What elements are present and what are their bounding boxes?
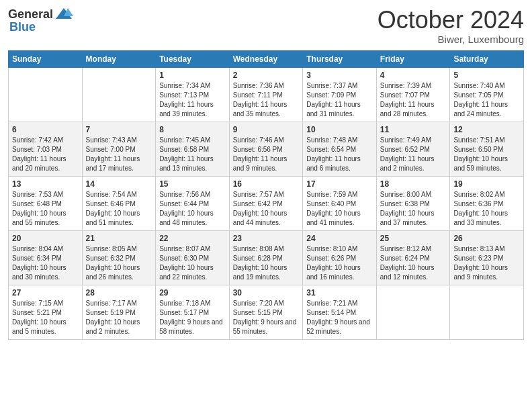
day-cell: 25Sunrise: 8:12 AMSunset: 6:24 PMDayligh… (376, 230, 450, 285)
day-number: 8 (159, 125, 226, 134)
day-number: 20 (12, 234, 79, 243)
day-info: Sunrise: 7:36 AMSunset: 7:11 PMDaylight:… (233, 81, 300, 119)
day-info: Sunrise: 8:05 AMSunset: 6:32 PMDaylight:… (86, 244, 152, 282)
day-info: Sunrise: 7:54 AMSunset: 6:46 PMDaylight:… (86, 190, 152, 228)
day-cell: 7Sunrise: 7:43 AMSunset: 7:00 PMDaylight… (82, 122, 156, 176)
week-row-3: 13Sunrise: 7:53 AMSunset: 6:48 PMDayligh… (9, 176, 524, 230)
day-cell: 6Sunrise: 7:42 AMSunset: 7:03 PMDaylight… (9, 122, 83, 176)
col-header-monday: Monday (82, 50, 156, 67)
day-number: 19 (453, 179, 520, 189)
day-number: 21 (86, 234, 152, 243)
day-info: Sunrise: 7:18 AMSunset: 5:17 PMDaylight:… (159, 299, 226, 336)
day-info: Sunrise: 8:04 AMSunset: 6:34 PMDaylight:… (12, 244, 79, 282)
day-cell: 26Sunrise: 8:13 AMSunset: 6:23 PMDayligh… (450, 230, 524, 285)
day-number: 27 (12, 288, 79, 298)
col-header-thursday: Thursday (303, 50, 377, 67)
day-info: Sunrise: 8:07 AMSunset: 6:30 PMDaylight:… (159, 244, 226, 282)
day-number: 4 (380, 71, 447, 80)
day-info: Sunrise: 7:42 AMSunset: 7:03 PMDaylight:… (12, 136, 79, 173)
day-info: Sunrise: 7:45 AMSunset: 6:58 PMDaylight:… (159, 136, 226, 173)
day-cell: 8Sunrise: 7:45 AMSunset: 6:58 PMDaylight… (156, 122, 230, 176)
day-cell: 21Sunrise: 8:05 AMSunset: 6:32 PMDayligh… (82, 230, 156, 285)
day-number: 17 (306, 179, 373, 189)
day-number: 24 (306, 234, 373, 243)
day-number: 23 (233, 234, 300, 243)
day-cell: 15Sunrise: 7:56 AMSunset: 6:44 PMDayligh… (156, 176, 230, 230)
day-number: 30 (233, 288, 300, 298)
col-header-wednesday: Wednesday (229, 50, 303, 67)
day-number: 14 (86, 179, 152, 189)
day-info: Sunrise: 8:10 AMSunset: 6:26 PMDaylight:… (306, 244, 373, 282)
day-number: 15 (159, 179, 226, 189)
day-cell: 28Sunrise: 7:17 AMSunset: 5:19 PMDayligh… (82, 285, 156, 339)
day-number: 31 (306, 288, 373, 298)
day-number: 2 (233, 71, 300, 80)
day-cell (9, 67, 83, 122)
header: General Blue October 2024 Biwer, Luxembo… (8, 7, 524, 45)
day-number: 18 (380, 179, 447, 189)
day-number: 3 (306, 71, 373, 80)
day-info: Sunrise: 7:20 AMSunset: 5:15 PMDaylight:… (233, 299, 300, 336)
day-cell: 30Sunrise: 7:20 AMSunset: 5:15 PMDayligh… (229, 285, 303, 339)
col-header-saturday: Saturday (450, 50, 524, 67)
day-cell: 4Sunrise: 7:39 AMSunset: 7:07 PMDaylight… (376, 67, 450, 122)
header-row: SundayMondayTuesdayWednesdayThursdayFrid… (9, 50, 524, 67)
day-cell: 29Sunrise: 7:18 AMSunset: 5:17 PMDayligh… (156, 285, 230, 339)
day-info: Sunrise: 8:00 AMSunset: 6:38 PMDaylight:… (380, 190, 447, 228)
day-info: Sunrise: 7:21 AMSunset: 5:14 PMDaylight:… (306, 299, 373, 336)
day-info: Sunrise: 7:39 AMSunset: 7:07 PMDaylight:… (380, 81, 447, 119)
day-cell: 5Sunrise: 7:40 AMSunset: 7:05 PMDaylight… (450, 67, 524, 122)
day-cell: 3Sunrise: 7:37 AMSunset: 7:09 PMDaylight… (303, 67, 377, 122)
day-number: 13 (12, 179, 79, 189)
day-number: 5 (453, 71, 520, 80)
location: Biwer, Luxembourg (378, 34, 524, 45)
week-row-2: 6Sunrise: 7:42 AMSunset: 7:03 PMDaylight… (9, 122, 524, 176)
day-info: Sunrise: 7:40 AMSunset: 7:05 PMDaylight:… (453, 81, 520, 119)
week-row-5: 27Sunrise: 7:15 AMSunset: 5:21 PMDayligh… (9, 285, 524, 339)
day-cell: 13Sunrise: 7:53 AMSunset: 6:48 PMDayligh… (9, 176, 83, 230)
logo-area: General Blue (8, 7, 73, 34)
logo-blue-text: Blue (9, 20, 36, 34)
day-number: 9 (233, 125, 300, 134)
day-info: Sunrise: 7:37 AMSunset: 7:09 PMDaylight:… (306, 81, 373, 119)
day-info: Sunrise: 7:34 AMSunset: 7:13 PMDaylight:… (159, 81, 226, 119)
day-info: Sunrise: 7:57 AMSunset: 6:42 PMDaylight:… (233, 190, 300, 228)
day-cell: 2Sunrise: 7:36 AMSunset: 7:11 PMDaylight… (229, 67, 303, 122)
day-info: Sunrise: 7:53 AMSunset: 6:48 PMDaylight:… (12, 190, 79, 228)
day-cell (82, 67, 156, 122)
col-header-sunday: Sunday (9, 50, 83, 67)
day-cell: 27Sunrise: 7:15 AMSunset: 5:21 PMDayligh… (9, 285, 83, 339)
day-cell: 12Sunrise: 7:51 AMSunset: 6:50 PMDayligh… (450, 122, 524, 176)
day-info: Sunrise: 7:17 AMSunset: 5:19 PMDaylight:… (86, 299, 152, 336)
day-number: 7 (86, 125, 152, 134)
col-header-friday: Friday (376, 50, 450, 67)
day-number: 22 (159, 234, 226, 243)
day-info: Sunrise: 7:51 AMSunset: 6:50 PMDaylight:… (453, 136, 520, 173)
day-info: Sunrise: 8:08 AMSunset: 6:28 PMDaylight:… (233, 244, 300, 282)
day-number: 26 (453, 234, 520, 243)
month-title: October 2024 (378, 7, 524, 34)
logo: General (8, 7, 73, 21)
day-cell: 24Sunrise: 8:10 AMSunset: 6:26 PMDayligh… (303, 230, 377, 285)
day-cell: 22Sunrise: 8:07 AMSunset: 6:30 PMDayligh… (156, 230, 230, 285)
day-cell: 11Sunrise: 7:49 AMSunset: 6:52 PMDayligh… (376, 122, 450, 176)
day-number: 12 (453, 125, 520, 134)
day-info: Sunrise: 7:43 AMSunset: 7:00 PMDaylight:… (86, 136, 152, 173)
day-info: Sunrise: 8:12 AMSunset: 6:24 PMDaylight:… (380, 244, 447, 282)
day-cell: 19Sunrise: 8:02 AMSunset: 6:36 PMDayligh… (450, 176, 524, 230)
page-container: General Blue October 2024 Biwer, Luxembo… (0, 0, 532, 345)
day-cell: 31Sunrise: 7:21 AMSunset: 5:14 PMDayligh… (303, 285, 377, 339)
title-area: October 2024 Biwer, Luxembourg (378, 7, 524, 45)
logo-general-text: General (8, 8, 53, 20)
day-cell: 14Sunrise: 7:54 AMSunset: 6:46 PMDayligh… (82, 176, 156, 230)
col-header-tuesday: Tuesday (156, 50, 230, 67)
day-info: Sunrise: 7:46 AMSunset: 6:56 PMDaylight:… (233, 136, 300, 173)
calendar-table: SundayMondayTuesdayWednesdayThursdayFrid… (8, 50, 524, 340)
day-cell: 17Sunrise: 7:59 AMSunset: 6:40 PMDayligh… (303, 176, 377, 230)
day-number: 1 (159, 71, 226, 80)
day-info: Sunrise: 7:59 AMSunset: 6:40 PMDaylight:… (306, 190, 373, 228)
day-number: 25 (380, 234, 447, 243)
day-number: 11 (380, 125, 447, 134)
week-row-4: 20Sunrise: 8:04 AMSunset: 6:34 PMDayligh… (9, 230, 524, 285)
day-cell: 20Sunrise: 8:04 AMSunset: 6:34 PMDayligh… (9, 230, 83, 285)
